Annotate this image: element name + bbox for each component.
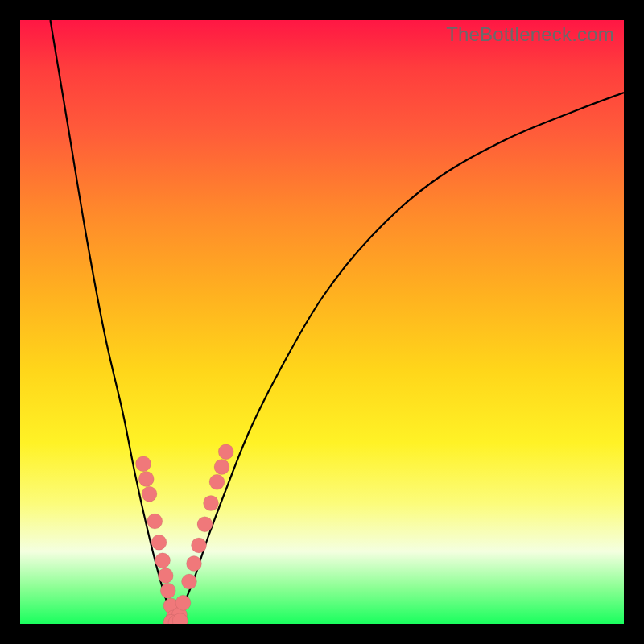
bead-marker — [192, 538, 207, 553]
bead-marker — [155, 553, 171, 568]
bead-marker — [182, 574, 197, 589]
chart-svg — [20, 20, 624, 624]
bead-marker — [160, 583, 175, 598]
bead-marker — [197, 517, 213, 532]
curve-left — [51, 20, 175, 624]
bead-marker — [209, 474, 225, 489]
bead-marker — [218, 444, 233, 460]
bead-marker — [158, 568, 173, 584]
bead-marker — [204, 496, 219, 511]
bead-marker — [187, 556, 202, 572]
bead-marker — [214, 460, 229, 475]
bead-marker — [136, 456, 151, 472]
bead-marker — [175, 595, 191, 610]
curve-right — [174, 93, 624, 624]
bead-marker — [151, 535, 167, 550]
plot-area: TheBottleneck.com — [20, 20, 624, 624]
bead-marker — [142, 486, 157, 502]
bead-marker — [147, 514, 163, 529]
bead-marker — [138, 472, 154, 487]
